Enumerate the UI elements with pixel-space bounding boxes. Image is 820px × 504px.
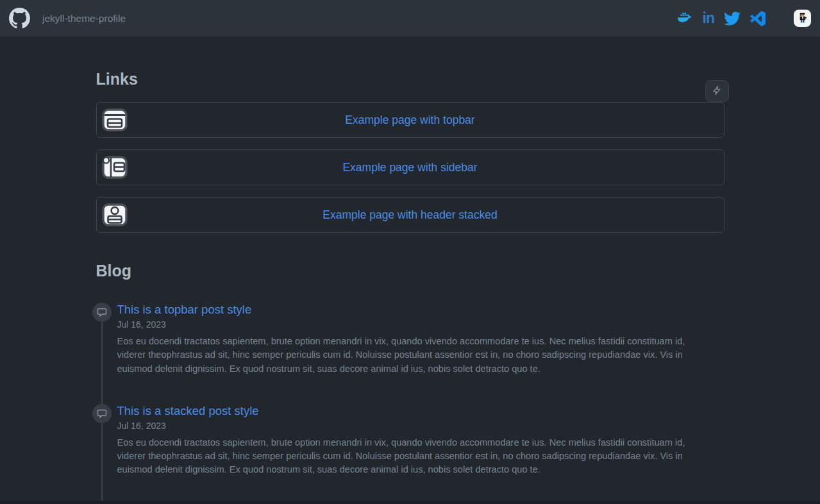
zap-icon (712, 85, 722, 97)
post-date: Jul 16, 2023 (117, 319, 724, 330)
blog-post: This is a stacked post style Jul 16, 202… (117, 403, 724, 477)
example-stacked-link[interactable]: Example page with header stacked (322, 208, 497, 222)
repo-title: jekyll-theme-profile (42, 13, 126, 24)
theme-toggle-button[interactable] (705, 80, 729, 102)
link-card-sidebar[interactable]: Example page with sidebar (96, 149, 724, 185)
docker-icon[interactable] (677, 10, 693, 26)
user-avatar[interactable] (794, 10, 811, 27)
footer-strip (0, 501, 820, 504)
post-excerpt: Eos eu docendi tractatos sapientem, brut… (117, 436, 696, 477)
blog-timeline: This is a topbar post style Jul 16, 2023… (117, 302, 724, 477)
linkedin-icon[interactable]: in (703, 11, 714, 26)
topbar-social-links: in (667, 10, 811, 27)
blog-section-heading: Blog (96, 261, 724, 281)
comment-icon (92, 404, 112, 423)
visual-studio-icon[interactable] (750, 11, 766, 26)
post-title-link[interactable]: This is a topbar post style (117, 302, 252, 317)
example-topbar-link[interactable]: Example page with topbar (345, 113, 474, 127)
post-excerpt: Eos eu docendi tractatos sapientem, brut… (117, 335, 696, 376)
twitter-icon[interactable] (724, 10, 741, 27)
blog-post: This is a topbar post style Jul 16, 2023… (117, 302, 724, 376)
link-card-topbar[interactable]: Example page with topbar (96, 102, 724, 138)
main-content: Links Example page with topbar Example p… (96, 69, 724, 477)
topbar-layout-icon (101, 106, 129, 134)
link-card-stacked[interactable]: Example page with header stacked (96, 197, 724, 233)
links-section-heading: Links (96, 69, 724, 89)
sidebar-layout-icon (101, 153, 129, 181)
post-title-link[interactable]: This is a stacked post style (117, 403, 259, 419)
example-sidebar-link[interactable]: Example page with sidebar (342, 161, 477, 174)
post-date: Jul 16, 2023 (117, 421, 724, 431)
stacked-layout-icon (101, 201, 129, 229)
comment-icon (92, 303, 112, 322)
github-logo-icon[interactable] (9, 8, 30, 29)
top-navigation-bar: jekyll-theme-profile in (0, 0, 820, 37)
